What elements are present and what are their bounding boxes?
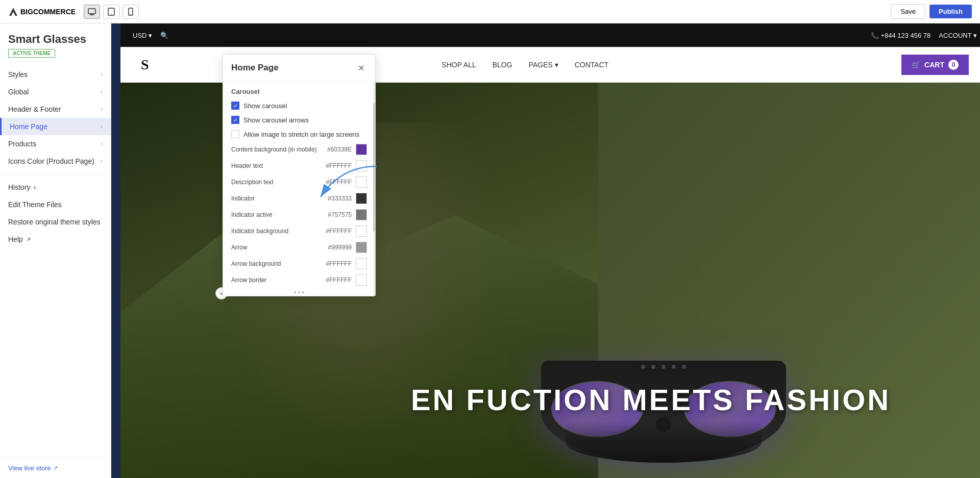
- tablet-icon: [107, 8, 115, 16]
- sidebar-item-header-footer-label: Header & Footer: [8, 105, 61, 113]
- indicator-swatch[interactable]: [356, 193, 367, 204]
- external-link-icon: ↗: [26, 236, 31, 243]
- store-topbar-left: USD ▾ 🔍: [133, 32, 168, 39]
- allow-stretch-checkbox[interactable]: [231, 130, 239, 138]
- show-carousel-arrows-checkbox[interactable]: ✓: [231, 116, 239, 124]
- panel-scroll-indicator: [223, 288, 375, 296]
- sidebar-title: Smart Glasses: [8, 33, 103, 46]
- sidebar-item-edit-theme[interactable]: Edit Theme Files: [0, 196, 111, 213]
- sidebar-item-history[interactable]: History ›: [0, 179, 111, 196]
- led-1: [641, 365, 645, 369]
- arrow-border-hex: #FFFFFF: [321, 276, 352, 284]
- content-bg-swatch[interactable]: [356, 144, 367, 155]
- store-nav-links: SHOP ALL BLOG PAGES ▾ CONTACT: [442, 61, 608, 69]
- description-text-swatch[interactable]: [356, 177, 367, 188]
- panel-body: Carousel ✓ Show carousel ✓ Show carousel…: [223, 82, 375, 296]
- chevron-right-icon: ›: [101, 123, 103, 130]
- brand-name: BIGCOMMERCE: [20, 8, 76, 16]
- color-row-indicator-bg: Indicator background #FFFFFF: [223, 223, 375, 239]
- sidebar-item-products-label: Products: [8, 140, 36, 148]
- external-link-icon: ↗: [53, 465, 58, 471]
- arrow-bg-label: Arrow background: [231, 260, 317, 267]
- scroll-dot-3: [302, 291, 304, 293]
- panel-close-button[interactable]: ✕: [355, 62, 367, 74]
- led-4: [672, 365, 676, 369]
- indicator-active-swatch[interactable]: [356, 209, 367, 220]
- panel-header: Home Page ✕: [223, 55, 375, 82]
- chevron-right-icon: ›: [101, 106, 103, 113]
- sidebar-item-restore[interactable]: Restore original theme styles: [0, 213, 111, 231]
- save-button[interactable]: Save: [891, 4, 925, 19]
- tablet-device-btn[interactable]: [103, 5, 119, 19]
- sidebar-footer: View live store ↗: [0, 458, 111, 478]
- chevron-right-icon: ›: [101, 88, 103, 95]
- arrow-label: Arrow: [231, 244, 317, 251]
- led-3: [662, 365, 666, 369]
- arrow-hex: #999999: [321, 244, 352, 251]
- sidebar-item-icons-color-label: Icons Color (Product Page): [8, 157, 94, 165]
- sidebar-item-header-footer[interactable]: Header & Footer ›: [0, 100, 111, 118]
- arrow-swatch[interactable]: [356, 242, 367, 253]
- store-phone: 📞 +844 123 456 78: [871, 32, 931, 39]
- sidebar-item-help[interactable]: Help ↗: [0, 231, 111, 248]
- color-row-arrow-border: Arrow border #FFFFFF: [223, 272, 375, 288]
- home-page-panel: Home Page ✕ Carousel ✓ Show carousel ✓ S…: [223, 54, 376, 296]
- chevron-right-icon: ›: [34, 183, 36, 191]
- header-text-swatch[interactable]: [356, 160, 367, 171]
- nav-blog[interactable]: BLOG: [493, 61, 512, 69]
- glasses-leds: [541, 365, 786, 369]
- indicator-hex: #333333: [321, 195, 352, 202]
- chevron-right-icon: ›: [101, 71, 103, 78]
- content-bg-label: Content background (in mobile): [231, 146, 317, 153]
- color-row-indicator-active: Indicator active #757575: [223, 207, 375, 223]
- led-2: [651, 365, 655, 369]
- sidebar-nav: Styles › Global › Header & Footer › Home…: [0, 61, 111, 458]
- publish-button[interactable]: Publish: [929, 5, 972, 18]
- help-label: Help: [8, 235, 23, 243]
- sidebar-item-home-page[interactable]: Home Page ›: [0, 118, 111, 135]
- nav-contact[interactable]: CONTACT: [575, 61, 609, 69]
- cart-icon: 🛒: [912, 61, 920, 69]
- sidebar-item-products[interactable]: Products ›: [0, 135, 111, 153]
- show-carousel-label: Show carousel: [243, 102, 367, 110]
- view-live-store-link[interactable]: View live store ↗: [8, 464, 103, 472]
- topbar: BIGCOMMERCE: [0, 0, 980, 23]
- scroll-dot-2: [298, 291, 300, 293]
- sidebar-item-icons-color[interactable]: Icons Color (Product Page) ›: [0, 153, 111, 170]
- glasses-bottom: [566, 422, 762, 463]
- active-theme-badge: ACTIVE THEME: [8, 49, 55, 58]
- mobile-device-btn[interactable]: [122, 5, 139, 19]
- account-link[interactable]: ACCOUNT ▾: [939, 32, 977, 39]
- search-icon[interactable]: 🔍: [160, 32, 168, 39]
- dark-sidebar-strip: [111, 23, 120, 478]
- sidebar-item-styles[interactable]: Styles ›: [0, 66, 111, 83]
- desktop-device-btn[interactable]: [84, 5, 100, 19]
- sidebar-item-global[interactable]: Global ›: [0, 83, 111, 100]
- show-carousel-checkbox[interactable]: ✓: [231, 102, 239, 110]
- arrow-border-swatch[interactable]: [356, 274, 367, 286]
- arrow-border-label: Arrow border: [231, 276, 317, 284]
- sidebar-header: Smart Glasses ACTIVE THEME: [0, 23, 111, 61]
- allow-stretch-label: Allow image to stretch on large screens: [243, 131, 367, 138]
- cart-button[interactable]: 🛒 CART 0: [901, 55, 969, 75]
- content-bg-hex: #60339E: [321, 146, 352, 153]
- led-5: [682, 365, 686, 369]
- arrow-bg-swatch[interactable]: [356, 258, 367, 269]
- arrow-bg-hex: #FFFFFF: [321, 260, 352, 267]
- currency-selector[interactable]: USD ▾: [133, 32, 152, 39]
- panel-scrollbar: [373, 82, 375, 296]
- main-layout: Smart Glasses ACTIVE THEME Styles › Glob…: [0, 23, 980, 478]
- cart-count: 0: [948, 60, 959, 70]
- bigcommerce-icon: [8, 7, 18, 17]
- color-row-header-text: Header text #FFFFFF: [223, 158, 375, 174]
- indicator-active-hex: #757575: [321, 211, 352, 218]
- nav-shop-all[interactable]: SHOP ALL: [442, 61, 476, 69]
- desktop-icon: [88, 8, 96, 16]
- panel-scrollbar-thumb[interactable]: [373, 103, 375, 232]
- indicator-bg-swatch[interactable]: [356, 225, 367, 237]
- chevron-right-icon: ›: [101, 140, 103, 147]
- color-row-content-bg: Content background (in mobile) #60339E: [223, 141, 375, 158]
- nav-pages[interactable]: PAGES ▾: [529, 61, 558, 69]
- description-text-hex: #FFFFFF: [321, 179, 352, 186]
- svg-point-6: [111, 14, 112, 15]
